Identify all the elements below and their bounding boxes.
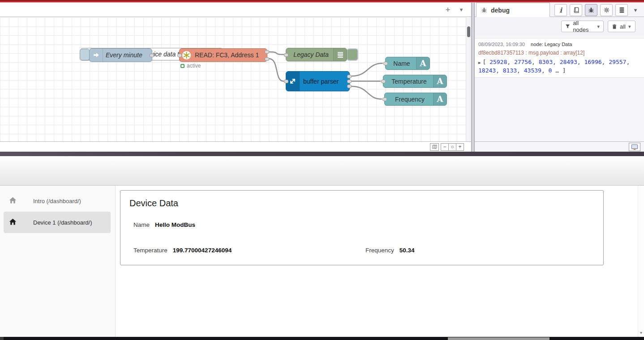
- dashboard-window-top: [0, 152, 644, 156]
- bug-icon: [588, 7, 594, 13]
- debug-input-port[interactable]: [284, 53, 288, 57]
- ui-text-node-name[interactable]: Name A: [385, 57, 430, 70]
- flow-editor: + ▾ legacy ModBus device data to dashboa…: [0, 3, 471, 152]
- sidebar-menu-caret-icon[interactable]: ▾: [631, 4, 640, 16]
- buffer-output-port-2[interactable]: [347, 80, 352, 83]
- buffer-parser-node[interactable]: buffer parser: [286, 71, 350, 91]
- scroll-down-arrow-icon[interactable]: ▾: [638, 330, 644, 335]
- inject-arrow-icon: [90, 49, 103, 61]
- nav-item-label: Intro (/dashboard/): [33, 198, 81, 204]
- tab-debug-label: debug: [491, 7, 510, 14]
- dashboard-scrollbar[interactable]: ▾: [638, 186, 644, 337]
- field-name: Name Hello ModBus: [133, 221, 195, 228]
- canvas-scrollbar[interactable]: [466, 17, 471, 141]
- home-icon: [9, 197, 17, 205]
- zoom-in-button[interactable]: +: [456, 143, 464, 151]
- gear-icon: [603, 7, 610, 13]
- horizontal-scrollbar-thumb[interactable]: [448, 337, 550, 340]
- payload-content: [ 25928, 27756, 8303, 28493, 16996, 2955…: [478, 59, 630, 74]
- buffer-output-port-3[interactable]: [347, 85, 352, 88]
- card-title: Device Data: [129, 198, 178, 208]
- book-icon: [573, 7, 580, 13]
- buffer-input-port[interactable]: [284, 80, 288, 83]
- flow-tab-bar: + ▾: [0, 3, 471, 17]
- debug-msg-path: df8ecbd817357113 : msg.payload : array[1…: [478, 50, 640, 56]
- debug-message-meta: 08/09/2023, 16:09:30 node: Legacy Data: [478, 42, 640, 47]
- debug-message[interactable]: 08/09/2023, 16:09:30 node: Legacy Data d…: [475, 38, 644, 78]
- debug-node-label: Legacy Data: [292, 48, 331, 61]
- open-debug-window-button[interactable]: [629, 143, 640, 151]
- sidebar-footer: [475, 141, 644, 152]
- debug-filter-button[interactable]: all nodes ▾: [561, 21, 604, 32]
- dashboard-nav: Intro (/dashboard/) Device 1 (/dashboard…: [0, 186, 116, 337]
- ui-text-node-temperature[interactable]: Temperature A: [383, 75, 447, 88]
- debug-node[interactable]: Legacy Data: [286, 48, 347, 61]
- modbus-input-port[interactable]: [177, 54, 182, 57]
- field-value: 50.34: [399, 247, 415, 254]
- add-flow-button[interactable]: +: [442, 4, 453, 15]
- debug-list-icon: [333, 48, 347, 61]
- field-value: Hello ModBus: [155, 221, 195, 228]
- sidebar-resize-handle[interactable]: [471, 3, 475, 152]
- flow-canvas[interactable]: legacy ModBus device data to dashboard E…: [0, 17, 466, 141]
- debug-timestamp: 08/09/2023, 16:09:30: [478, 42, 525, 47]
- text-a-icon: A: [433, 93, 447, 105]
- funnel-icon: [565, 24, 570, 29]
- ui-text-input-port[interactable]: [383, 62, 388, 65]
- debug-payload-array[interactable]: ▶[ 25928, 27756, 8303, 28493, 16996, 295…: [478, 58, 640, 75]
- field-temperature: Temperature 199.77000427246094: [133, 247, 232, 254]
- bug-icon: [481, 7, 487, 13]
- dashboard-header: Device 1: [0, 156, 644, 186]
- expand-triangle-icon[interactable]: ▶: [478, 60, 481, 65]
- field-label: Temperature: [133, 247, 167, 254]
- debug-clear-button[interactable]: all ▾: [608, 21, 635, 32]
- sidebar-tab-bar: debug i ▾: [475, 3, 644, 17]
- device-data-card: Device Data Name Hello ModBus Temperatur…: [120, 190, 604, 265]
- status-ring-icon: [180, 64, 185, 68]
- inject-node[interactable]: Every minute: [89, 48, 152, 62]
- filter-button-label: all nodes: [573, 20, 594, 33]
- trash-icon: [612, 24, 617, 30]
- nav-item-intro[interactable]: Intro (/dashboard/): [4, 191, 111, 211]
- canvas-scrollbar-thumb[interactable]: [467, 26, 470, 37]
- info-tab-button[interactable]: i: [554, 4, 567, 16]
- buffer-parser-label: buffer parser: [303, 72, 346, 91]
- zoom-out-button[interactable]: −: [441, 143, 449, 151]
- ui-text-label: Name: [390, 57, 413, 69]
- ui-text-node-frequency[interactable]: Frequency A: [384, 93, 447, 106]
- field-value: 199.77000427246094: [173, 247, 232, 254]
- home-icon: [9, 218, 17, 227]
- text-a-icon: A: [433, 75, 447, 87]
- inject-button[interactable]: [80, 49, 90, 60]
- buffer-output-port-1[interactable]: [347, 75, 352, 78]
- field-label: Frequency: [365, 247, 394, 254]
- monitor-icon: [631, 144, 638, 150]
- help-tab-button[interactable]: [570, 4, 582, 16]
- debug-source-node: node: Legacy Data: [531, 42, 572, 47]
- ui-text-label: Frequency: [389, 93, 430, 105]
- caret-down-icon: ▾: [597, 24, 600, 30]
- context-data-tab-button[interactable]: [615, 4, 628, 16]
- modbus-output-port-1[interactable]: [265, 50, 269, 54]
- modbus-label: READ: FC3, Address 1: [195, 49, 263, 61]
- ui-text-input-port[interactable]: [381, 80, 386, 83]
- status-text: active: [187, 63, 201, 69]
- navigator-map-button[interactable]: [430, 143, 439, 151]
- ui-text-label: Temperature: [388, 75, 430, 87]
- debug-toggle-button[interactable]: [347, 48, 358, 61]
- config-nodes-tab-button[interactable]: [600, 4, 613, 16]
- tab-debug[interactable]: debug: [476, 3, 550, 17]
- inject-label: Every minute: [106, 49, 148, 61]
- modbus-output-port-2[interactable]: [265, 57, 269, 61]
- inject-output-port[interactable]: [150, 54, 154, 57]
- flow-list-caret-icon[interactable]: ▾: [457, 4, 466, 15]
- editor-footer: − ○ +: [0, 141, 471, 152]
- debug-tab-button[interactable]: [585, 4, 597, 16]
- modbus-read-node[interactable]: READ: FC3, Address 1: [179, 48, 267, 62]
- ui-text-input-port[interactable]: [382, 98, 387, 101]
- debug-sidebar: debug i ▾ all nodes ▾ all ▾ 08/09/20: [475, 3, 644, 152]
- zoom-reset-button[interactable]: ○: [448, 143, 456, 151]
- clear-button-label: all: [620, 23, 626, 30]
- modbus-status: active: [180, 63, 201, 69]
- nav-item-device-1[interactable]: Device 1 (/dashboard/): [4, 212, 111, 233]
